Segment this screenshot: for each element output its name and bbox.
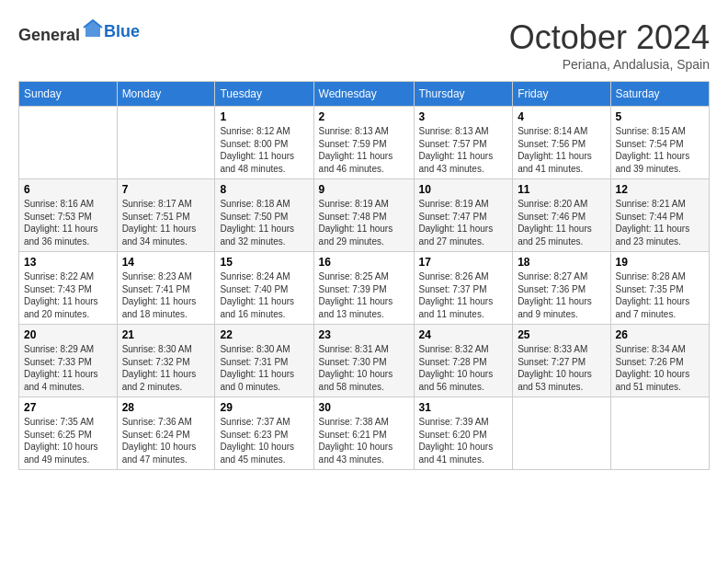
calendar-cell	[513, 397, 610, 470]
day-number: 2	[319, 110, 409, 123]
day-number: 13	[24, 256, 112, 269]
day-number: 20	[24, 328, 112, 341]
calendar-cell: 4Sunrise: 8:14 AM Sunset: 7:56 PM Daylig…	[513, 107, 610, 179]
calendar-cell: 17Sunrise: 8:26 AM Sunset: 7:37 PM Dayli…	[414, 252, 513, 325]
day-number: 4	[518, 110, 605, 123]
day-number: 26	[616, 328, 704, 341]
day-number: 30	[319, 401, 409, 414]
calendar-cell: 2Sunrise: 8:13 AM Sunset: 7:59 PM Daylig…	[313, 107, 414, 179]
day-info: Sunrise: 8:27 AM Sunset: 7:36 PM Dayligh…	[518, 270, 605, 320]
day-number: 23	[319, 328, 409, 341]
calendar-cell: 5Sunrise: 8:15 AM Sunset: 7:54 PM Daylig…	[610, 107, 709, 179]
title-block: October 2024 Periana, Andalusia, Spain	[509, 18, 710, 72]
day-info: Sunrise: 8:29 AM Sunset: 7:33 PM Dayligh…	[24, 343, 112, 393]
day-info: Sunrise: 8:19 AM Sunset: 7:48 PM Dayligh…	[319, 198, 409, 247]
day-info: Sunrise: 8:26 AM Sunset: 7:37 PM Dayligh…	[419, 270, 508, 320]
day-number: 16	[319, 256, 409, 269]
day-info: Sunrise: 8:22 AM Sunset: 7:43 PM Dayligh…	[24, 270, 112, 320]
column-header-wednesday: Wednesday	[313, 82, 414, 107]
day-number: 18	[518, 256, 605, 269]
day-info: Sunrise: 8:20 AM Sunset: 7:46 PM Dayligh…	[518, 198, 605, 247]
calendar-cell: 19Sunrise: 8:28 AM Sunset: 7:35 PM Dayli…	[610, 252, 709, 325]
column-header-monday: Monday	[117, 82, 215, 107]
day-info: Sunrise: 8:18 AM Sunset: 7:50 PM Dayligh…	[220, 198, 308, 247]
calendar-table: SundayMondayTuesdayWednesdayThursdayFrid…	[18, 81, 710, 470]
logo-icon	[82, 18, 104, 40]
month-title: October 2024	[509, 18, 710, 57]
calendar-cell: 9Sunrise: 8:19 AM Sunset: 7:48 PM Daylig…	[313, 179, 414, 252]
calendar-cell: 25Sunrise: 8:33 AM Sunset: 7:27 PM Dayli…	[513, 325, 610, 397]
calendar-cell: 10Sunrise: 8:19 AM Sunset: 7:47 PM Dayli…	[414, 179, 513, 252]
day-number: 24	[419, 328, 508, 341]
day-number: 28	[122, 401, 210, 414]
day-info: Sunrise: 8:17 AM Sunset: 7:51 PM Dayligh…	[122, 198, 210, 247]
calendar-week-row: 6Sunrise: 8:16 AM Sunset: 7:53 PM Daylig…	[19, 179, 710, 252]
day-number: 12	[616, 183, 704, 196]
calendar-cell: 31Sunrise: 7:39 AM Sunset: 6:20 PM Dayli…	[414, 397, 513, 470]
day-number: 15	[220, 256, 308, 269]
day-info: Sunrise: 8:25 AM Sunset: 7:39 PM Dayligh…	[319, 270, 409, 320]
calendar-cell: 12Sunrise: 8:21 AM Sunset: 7:44 PM Dayli…	[610, 179, 709, 252]
calendar-cell: 29Sunrise: 7:37 AM Sunset: 6:23 PM Dayli…	[215, 397, 313, 470]
column-header-sunday: Sunday	[19, 82, 118, 107]
day-number: 11	[518, 183, 605, 196]
day-info: Sunrise: 7:36 AM Sunset: 6:24 PM Dayligh…	[122, 416, 210, 465]
column-header-tuesday: Tuesday	[215, 82, 313, 107]
day-info: Sunrise: 8:33 AM Sunset: 7:27 PM Dayligh…	[518, 343, 605, 393]
day-info: Sunrise: 7:39 AM Sunset: 6:20 PM Dayligh…	[419, 416, 508, 465]
day-info: Sunrise: 7:35 AM Sunset: 6:25 PM Dayligh…	[24, 416, 112, 465]
day-info: Sunrise: 8:31 AM Sunset: 7:30 PM Dayligh…	[319, 343, 409, 393]
calendar-cell	[19, 107, 118, 179]
column-header-friday: Friday	[513, 82, 610, 107]
logo-blue: Blue	[104, 22, 140, 41]
day-number: 5	[616, 110, 704, 123]
day-number: 19	[616, 256, 704, 269]
column-header-saturday: Saturday	[610, 82, 709, 107]
calendar-cell: 7Sunrise: 8:17 AM Sunset: 7:51 PM Daylig…	[117, 179, 215, 252]
day-number: 14	[122, 256, 210, 269]
calendar-cell: 18Sunrise: 8:27 AM Sunset: 7:36 PM Dayli…	[513, 252, 610, 325]
calendar-cell: 6Sunrise: 8:16 AM Sunset: 7:53 PM Daylig…	[19, 179, 118, 252]
calendar-cell	[610, 397, 709, 470]
day-number: 3	[419, 110, 508, 123]
day-info: Sunrise: 8:23 AM Sunset: 7:41 PM Dayligh…	[122, 270, 210, 320]
calendar-week-row: 27Sunrise: 7:35 AM Sunset: 6:25 PM Dayli…	[19, 397, 710, 470]
calendar-cell: 30Sunrise: 7:38 AM Sunset: 6:21 PM Dayli…	[313, 397, 414, 470]
day-number: 10	[419, 183, 508, 196]
calendar-week-row: 20Sunrise: 8:29 AM Sunset: 7:33 PM Dayli…	[19, 325, 710, 397]
calendar-week-row: 1Sunrise: 8:12 AM Sunset: 8:00 PM Daylig…	[19, 107, 710, 179]
day-info: Sunrise: 8:16 AM Sunset: 7:53 PM Dayligh…	[24, 198, 112, 247]
day-number: 17	[419, 256, 508, 269]
day-info: Sunrise: 8:13 AM Sunset: 7:57 PM Dayligh…	[419, 125, 508, 175]
calendar-cell: 23Sunrise: 8:31 AM Sunset: 7:30 PM Dayli…	[313, 325, 414, 397]
calendar-cell: 27Sunrise: 7:35 AM Sunset: 6:25 PM Dayli…	[19, 397, 118, 470]
day-info: Sunrise: 8:13 AM Sunset: 7:59 PM Dayligh…	[319, 125, 409, 175]
day-info: Sunrise: 8:34 AM Sunset: 7:26 PM Dayligh…	[616, 343, 704, 393]
calendar-cell: 11Sunrise: 8:20 AM Sunset: 7:46 PM Dayli…	[513, 179, 610, 252]
day-number: 8	[220, 183, 308, 196]
day-number: 1	[220, 110, 308, 123]
day-info: Sunrise: 8:12 AM Sunset: 8:00 PM Dayligh…	[220, 125, 308, 175]
calendar-cell: 22Sunrise: 8:30 AM Sunset: 7:31 PM Dayli…	[215, 325, 313, 397]
day-info: Sunrise: 8:30 AM Sunset: 7:32 PM Dayligh…	[122, 343, 210, 393]
day-info: Sunrise: 8:30 AM Sunset: 7:31 PM Dayligh…	[220, 343, 308, 393]
day-number: 9	[319, 183, 409, 196]
day-info: Sunrise: 7:38 AM Sunset: 6:21 PM Dayligh…	[319, 416, 409, 465]
day-info: Sunrise: 8:14 AM Sunset: 7:56 PM Dayligh…	[518, 125, 605, 175]
day-info: Sunrise: 8:15 AM Sunset: 7:54 PM Dayligh…	[616, 125, 704, 175]
calendar-header-row: SundayMondayTuesdayWednesdayThursdayFrid…	[19, 82, 710, 107]
calendar-cell: 28Sunrise: 7:36 AM Sunset: 6:24 PM Dayli…	[117, 397, 215, 470]
column-header-thursday: Thursday	[414, 82, 513, 107]
day-info: Sunrise: 8:24 AM Sunset: 7:40 PM Dayligh…	[220, 270, 308, 320]
day-number: 7	[122, 183, 210, 196]
day-number: 22	[220, 328, 308, 341]
calendar-cell: 14Sunrise: 8:23 AM Sunset: 7:41 PM Dayli…	[117, 252, 215, 325]
logo: General Blue	[18, 18, 140, 45]
calendar-week-row: 13Sunrise: 8:22 AM Sunset: 7:43 PM Dayli…	[19, 252, 710, 325]
day-info: Sunrise: 8:19 AM Sunset: 7:47 PM Dayligh…	[419, 198, 508, 247]
page-header: General Blue October 2024 Periana, Andal…	[18, 18, 710, 72]
day-info: Sunrise: 8:32 AM Sunset: 7:28 PM Dayligh…	[419, 343, 508, 393]
calendar-cell: 1Sunrise: 8:12 AM Sunset: 8:00 PM Daylig…	[215, 107, 313, 179]
logo-general: General	[18, 26, 80, 44]
day-number: 29	[220, 401, 308, 414]
